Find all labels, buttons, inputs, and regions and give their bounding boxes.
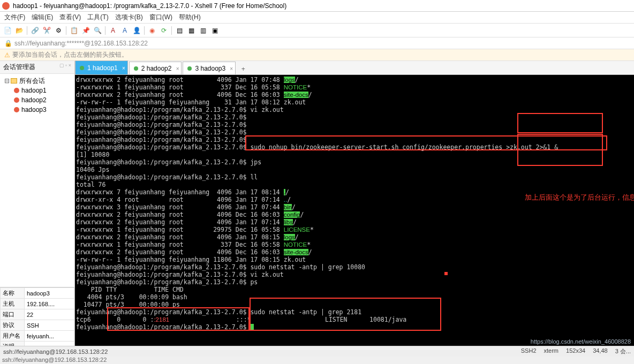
tree-root[interactable]: ⊟ 所有会话 (2, 76, 72, 86)
status-term: xterm (544, 347, 559, 355)
separator (171, 26, 172, 35)
annotation-box (107, 307, 250, 331)
status-protocol: SSH2 (521, 347, 537, 355)
tab-label: 1 hadoop1 (87, 64, 118, 72)
folder-icon (11, 78, 17, 84)
tb-layout3-icon[interactable]: ▥ (199, 26, 207, 35)
window-title: hadoop1 - feiyuanhang@hadoop1: /program/… (13, 2, 286, 10)
warn-icon: ⚠ (4, 51, 10, 59)
menu-window[interactable]: 窗口(W) (149, 13, 172, 22)
close-icon[interactable]: × (230, 65, 233, 71)
toolbar: 📄 📂 🔗 ✂️ ⚙ 📋 📌 🔍 A A 👤 ◉ ⟳ ▤ ▦ ▥ ▣ (0, 24, 634, 37)
menu-edit[interactable]: 编辑(E) (32, 13, 53, 22)
tb-font-icon[interactable]: A (109, 26, 117, 35)
tb-layout1-icon[interactable]: ▤ (175, 26, 184, 35)
app-icon (2, 2, 10, 10)
terminal-output[interactable]: drwxrwxrwx 2 feiyuanhang root 4096 Jan 1… (75, 75, 634, 352)
annotation-marker (444, 272, 448, 275)
status-size: 152x34 (566, 347, 585, 355)
hint-text: 要添加当前会话，点击左侧的箭头按钮。 (12, 50, 128, 59)
prop-protocol-value: SSH (25, 320, 74, 331)
tb-copy-icon[interactable]: 📋 (70, 26, 78, 35)
prop-protocol-label: 协议 (1, 320, 25, 331)
tb-new-icon[interactable]: 📄 (3, 26, 12, 35)
tab-hadoop3[interactable]: 3 hadoop3 × (183, 62, 236, 74)
session-icon (14, 88, 19, 93)
tab-label: 3 hadoop3 (195, 65, 225, 72)
hint-bar: ⚠ 要添加当前会话，点击左侧的箭头按钮。 (0, 49, 634, 61)
menu-file[interactable]: 文件(F) (4, 13, 25, 22)
sidebar-tabs-icon[interactable]: ▢ ▫ × (59, 63, 71, 72)
status-dot-icon (80, 66, 84, 70)
sidebar-title: 会话管理器 (3, 63, 35, 72)
address-url: ssh://feiyuanhang:*******@192.168.153.12… (14, 40, 148, 47)
separator (144, 26, 145, 35)
tb-layout4-icon[interactable]: ▣ (210, 26, 219, 35)
lock-icon: 🔒 (4, 40, 12, 47)
prop-name-value: hadoop3 (25, 288, 74, 299)
menu-tools[interactable]: 工具(T) (87, 13, 108, 22)
addressbar[interactable]: 🔒 ssh://feiyuanhang:*******@192.168.153.… (0, 37, 634, 49)
prop-host-value: 192.168.... (25, 299, 74, 309)
prop-user-value: feiyuanh... (25, 331, 74, 342)
prop-port-value: 22 (25, 309, 74, 320)
tb-refresh-icon[interactable]: ⟳ (160, 26, 168, 35)
session-hadoop1[interactable]: hadoop1 (2, 86, 72, 95)
statusbar: ssh://feiyuanhang@192.168.153.128:22 SSH… (0, 346, 634, 357)
close-icon[interactable]: × (122, 65, 125, 71)
annotation-box (250, 298, 441, 331)
session-icon (14, 107, 19, 112)
session-tree: ⊟ 所有会话 hadoop1 hadoop2 hadoop3 (0, 74, 74, 287)
separator (105, 26, 105, 35)
menu-tabs[interactable]: 选项卡(B) (115, 13, 143, 22)
tb-layout2-icon[interactable]: ▦ (187, 26, 195, 35)
tab-hadoop1[interactable]: 1 hadoop1 × (75, 60, 128, 74)
tb-reconnect-icon[interactable]: 🔗 (31, 26, 39, 35)
annotation-box (517, 134, 603, 166)
menu-help[interactable]: 帮助(H) (179, 13, 201, 22)
tb-user-icon[interactable]: 👤 (132, 26, 141, 35)
tb-find-icon[interactable]: 🔍 (93, 26, 102, 35)
tb-disconnect-icon[interactable]: ✂️ (42, 26, 51, 35)
tab-hadoop2[interactable]: 2 hadoop2 × (129, 62, 182, 74)
tab-add-button[interactable]: + (238, 64, 248, 74)
status-sessions: 3 会... (615, 347, 631, 355)
watermark: https://blog.csdn.net/weixin_46008828 (531, 338, 631, 345)
session-label: hadoop3 (21, 106, 47, 113)
prop-host-label: 主机 (1, 299, 25, 309)
session-hadoop3[interactable]: hadoop3 (2, 105, 72, 115)
prop-port-label: 端口 (1, 309, 25, 320)
status-pos: 34,48 (593, 347, 608, 355)
footer-status: ssh://feiyuanhang@192.168.153.128:22 (0, 357, 634, 364)
close-icon[interactable]: × (176, 65, 179, 71)
status-dot-icon (134, 66, 138, 71)
prop-user-label: 用户名 (1, 331, 25, 342)
tab-label: 2 hadoop2 (141, 65, 172, 72)
session-label: hadoop1 (21, 87, 47, 94)
separator (27, 26, 27, 35)
menu-view[interactable]: 查看(V) (59, 13, 81, 22)
tb-open-icon[interactable]: 📂 (15, 26, 24, 35)
session-label: hadoop2 (21, 96, 47, 104)
menubar: 文件(F) 编辑(E) 查看(V) 工具(T) 选项卡(B) 窗口(W) 帮助(… (0, 12, 634, 24)
root-label: 所有会话 (19, 77, 45, 86)
terminal-tabs: 1 hadoop1 × 2 hadoop2 × 3 hadoop3 × + (75, 61, 634, 75)
tb-color-icon[interactable]: A (120, 26, 129, 35)
annotation-box (517, 113, 603, 133)
status-dot-icon (187, 66, 192, 71)
tb-props-icon[interactable]: ⚙ (54, 26, 63, 35)
tb-xftp-icon[interactable]: ◉ (148, 26, 156, 35)
annotation-note: 加上后面这个是为了后台运行，信息存到out文件，如果失败就去里面查看原因 (525, 192, 610, 203)
sidebar: 会话管理器 ▢ ▫ × ⊟ 所有会话 hadoop1 hadoop2 hadoo… (0, 61, 75, 352)
status-left: ssh://feiyuanhang@192.168.153.128:22 (3, 348, 108, 355)
separator (66, 26, 66, 35)
prop-name-label: 名称 (1, 288, 25, 299)
annotation-box (245, 135, 607, 150)
session-properties: 名称hadoop3 主机192.168.... 端口22 协议SSH 用户名fe… (0, 287, 74, 352)
tb-paste-icon[interactable]: 📌 (81, 26, 90, 35)
session-icon (14, 97, 19, 103)
session-hadoop2[interactable]: hadoop2 (2, 95, 72, 105)
